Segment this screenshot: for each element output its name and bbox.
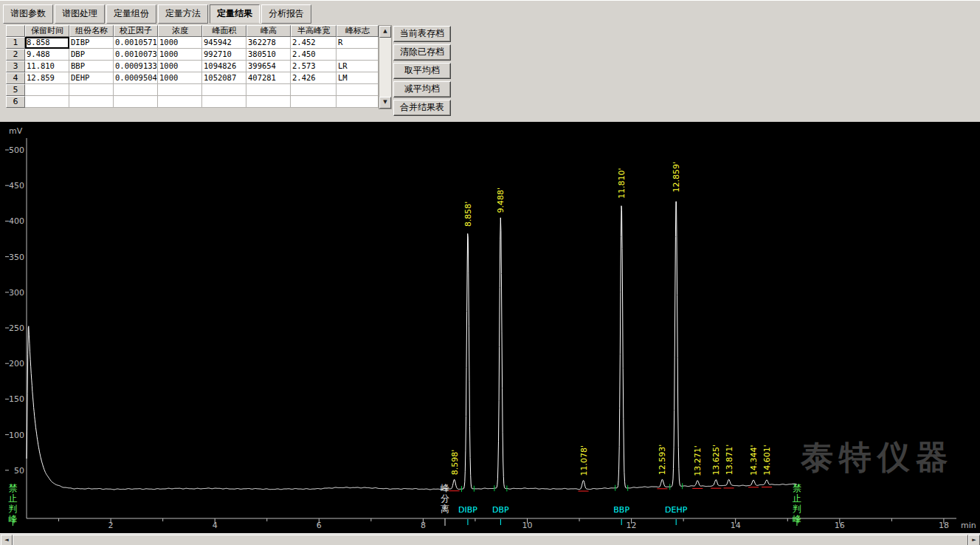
table-vertical-scrollbar[interactable]: ▲ ▼ — [379, 25, 392, 109]
table-cell[interactable]: LR — [337, 61, 379, 72]
column-header-peak-flag[interactable]: 峰标志 — [337, 25, 379, 37]
table-cell[interactable]: 380510 — [246, 49, 291, 61]
x-tick-label: 8 — [421, 521, 426, 530]
table-cell[interactable]: 0.00105715 — [114, 37, 158, 49]
table-cell[interactable] — [158, 96, 202, 108]
tab-analysis-report[interactable]: 分析报告 — [261, 4, 311, 24]
archive-button-group: 当前表存档 清除已存档 取平均档 减平均档 合并结果表 — [393, 26, 451, 118]
scrollbar-thumb[interactable] — [13, 535, 968, 545]
table-cell[interactable]: 2.450 — [291, 49, 337, 61]
row-number[interactable]: 1 — [6, 37, 25, 49]
column-header-peak-area[interactable]: 峰面积 — [202, 25, 246, 37]
clear-archived-button[interactable]: 清除已存档 — [393, 44, 451, 61]
table-cell[interactable]: 9.488 — [25, 49, 69, 61]
table-cell[interactable]: 2.426 — [291, 72, 337, 84]
table-cell[interactable]: DIBP — [69, 37, 114, 49]
table-cell[interactable]: 1052087 — [202, 72, 246, 84]
table-cell[interactable] — [246, 96, 291, 108]
table-cell[interactable] — [202, 96, 246, 108]
table-cell[interactable]: 0.00091338 — [114, 61, 158, 72]
table-cell[interactable] — [69, 84, 114, 96]
row-number[interactable]: 6 — [6, 96, 25, 108]
region-marker-label: 禁 — [8, 483, 17, 493]
row-number[interactable]: 5 — [6, 84, 25, 96]
chart-horizontal-scrollbar[interactable]: ◄ ► — [0, 533, 980, 545]
table-cell[interactable] — [114, 84, 158, 96]
take-average-button[interactable]: 取平均档 — [393, 63, 451, 79]
table-cell[interactable] — [246, 84, 291, 96]
table-cell[interactable] — [337, 96, 379, 108]
table-cell[interactable]: 992710 — [202, 49, 246, 61]
peak-retention-label: 8.598' — [450, 450, 460, 476]
table-cell[interactable] — [114, 96, 158, 108]
x-tick-label: 10 — [522, 521, 533, 530]
table-cell[interactable] — [158, 84, 202, 96]
column-header-correction-factor[interactable]: 校正因子 — [114, 25, 158, 37]
column-header-half-height-width[interactable]: 半高峰宽 — [291, 25, 337, 37]
table-cell[interactable]: BBP — [69, 61, 114, 72]
table-cell[interactable]: DEHP — [69, 72, 114, 84]
subtract-average-button[interactable]: 减平均档 — [393, 81, 451, 97]
table-cell[interactable]: LM — [337, 72, 379, 84]
y-tick-label: 500 — [9, 145, 24, 155]
table-cell[interactable]: 2.452 — [291, 37, 337, 49]
region-marker-label: 止 — [793, 493, 801, 504]
table-cell[interactable] — [337, 84, 379, 96]
scroll-down-arrow-icon[interactable]: ▼ — [379, 97, 391, 109]
table-cell[interactable]: R — [337, 37, 379, 49]
table-cell[interactable]: 399654 — [246, 61, 291, 72]
y-tick-label: 300 — [9, 288, 24, 298]
column-header-component-name[interactable]: 组份名称 — [69, 25, 114, 37]
table-cell[interactable]: 1000 — [158, 37, 202, 49]
peak-retention-label: 13.625' — [711, 445, 721, 476]
table-cell[interactable]: 1000 — [158, 61, 202, 72]
peak-retention-label: 8.858' — [463, 202, 473, 227]
y-axis-unit-label: mV — [9, 126, 23, 136]
tab-quant-method[interactable]: 定量方法 — [158, 4, 208, 24]
row-number[interactable]: 4 — [6, 72, 25, 84]
table-cell[interactable]: 362278 — [246, 37, 291, 49]
row-number[interactable]: 3 — [6, 61, 25, 72]
region-marker-label: 止 — [8, 493, 17, 504]
table-cell[interactable] — [25, 96, 69, 108]
table-cell[interactable]: 2.573 — [291, 61, 337, 72]
table-corner[interactable] — [6, 25, 25, 37]
table-cell[interactable]: 8.858 — [25, 37, 69, 49]
column-header-concentration[interactable]: 浓度 — [158, 25, 202, 37]
table-cell[interactable] — [337, 49, 379, 61]
chromatogram[interactable]: mV50100150200250300350400450500246810121… — [0, 122, 980, 533]
peak-retention-label: 14.344' — [749, 445, 759, 476]
table-cell[interactable]: 0.00100734 — [114, 49, 158, 61]
table-cell[interactable] — [291, 84, 337, 96]
table-cell[interactable]: 12.859 — [25, 72, 69, 84]
table-cell[interactable]: DBP — [69, 49, 114, 61]
chromatogram-panel: 泰特仪器 mV501001502002503003504004505002468… — [0, 122, 980, 533]
column-header-retention-time[interactable]: 保留时间 — [25, 25, 69, 37]
table-cell[interactable]: 1000 — [158, 72, 202, 84]
table-cell[interactable]: 0.00095049 — [114, 72, 158, 84]
table-cell[interactable] — [291, 96, 337, 108]
table-cell[interactable] — [69, 96, 114, 108]
table-cell[interactable] — [25, 84, 69, 96]
y-tick-label: 400 — [9, 216, 24, 226]
scroll-right-arrow-icon[interactable]: ► — [968, 535, 980, 545]
region-marker-label: 判 — [793, 504, 801, 514]
table-cell[interactable]: 1094826 — [202, 61, 246, 72]
tab-spectrum-parameters[interactable]: 谱图参数 — [3, 4, 53, 24]
tab-spectrum-processing[interactable]: 谱图处理 — [55, 4, 105, 24]
merge-results-button[interactable]: 合并结果表 — [393, 100, 451, 116]
table-cell[interactable] — [202, 84, 246, 96]
scroll-left-arrow-icon[interactable]: ◄ — [1, 535, 13, 545]
tab-quant-components[interactable]: 定量组份 — [106, 4, 156, 24]
table-cell[interactable]: 945942 — [202, 37, 246, 49]
save-current-table-button[interactable]: 当前表存档 — [393, 26, 451, 42]
scroll-up-arrow-icon[interactable]: ▲ — [379, 26, 391, 38]
region-marker-label: 峰 — [8, 514, 17, 524]
chromatogram-trace — [27, 202, 797, 490]
table-cell[interactable]: 11.810 — [25, 61, 69, 72]
tab-quant-results[interactable]: 定量结果 — [210, 4, 260, 24]
column-header-peak-height[interactable]: 峰高 — [246, 25, 291, 37]
row-number[interactable]: 2 — [6, 49, 25, 61]
table-cell[interactable]: 1000 — [158, 49, 202, 61]
table-cell[interactable]: 407281 — [246, 72, 291, 84]
